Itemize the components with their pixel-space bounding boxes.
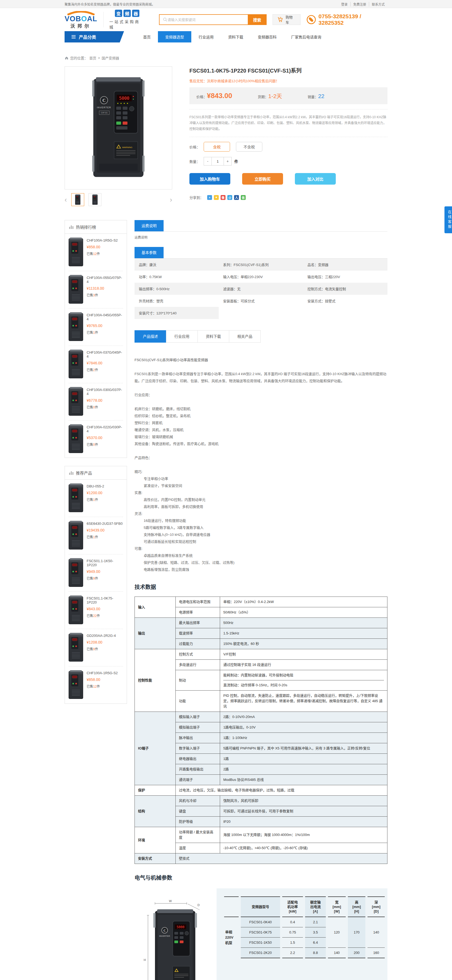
product-list-item[interactable]: FSCS01.1-0K75-1P220¥843.00已售22件: [69, 592, 123, 629]
gallery-thumb[interactable]: [71, 193, 84, 206]
wechat-icon[interactable]: 信: [241, 195, 246, 200]
qty-input[interactable]: [211, 157, 224, 165]
top-link[interactable]: 登录: [339, 2, 351, 6]
gallery-prev-icon[interactable]: ‹: [65, 196, 67, 203]
nav-item[interactable]: 资料下载: [221, 31, 251, 43]
online-service-tab[interactable]: 在线客服: [444, 206, 452, 233]
cart-button[interactable]: 购物车: [273, 14, 301, 25]
top-link[interactable]: 免费注册: [351, 2, 369, 6]
product-list-item[interactable]: CHF100A-045G/055P-4¥9765.00已售1件: [69, 309, 123, 346]
svg-text:CVF-S1: CVF-S1: [101, 112, 108, 114]
top-link[interactable]: 联系方式: [369, 2, 387, 6]
product-link[interactable]: DBU-055-2: [87, 484, 104, 488]
tech-value: 500Hz: [220, 618, 387, 628]
product-list-item[interactable]: CHF100A-055G/075P-4¥11318.00已售3件: [69, 271, 123, 309]
search-input[interactable]: [168, 18, 248, 22]
tax-option-button[interactable]: 不含税: [236, 142, 262, 151]
product-list-item[interactable]: GD200AA-2R2G-4¥1208.00已售9件: [69, 629, 123, 667]
add-to-cart-button[interactable]: 加入购物车: [189, 173, 230, 185]
gallery-thumb[interactable]: [88, 193, 101, 206]
weibo-icon[interactable]: 微: [220, 195, 225, 200]
product-link[interactable]: 6SE6430-2UD37-5FB0: [87, 522, 123, 526]
product-link[interactable]: GD200AA-2R2G-4: [87, 634, 116, 638]
svg-text:5000: 5000: [176, 925, 184, 929]
product-link[interactable]: CHF100A-045G/055P-4: [87, 313, 123, 321]
product-list-text: CHF100A-1R5G-S2¥858.00已售12件: [87, 671, 118, 699]
tech-subvalue: 能耗制动：内置制动斩波器，可外接制动电阻: [223, 673, 384, 678]
product-list-item[interactable]: CHF100A-1R5G-S2¥858.00已售12件: [69, 667, 123, 703]
tab-basic-params[interactable]: 基本参数: [134, 247, 164, 258]
tencent-weibo-icon[interactable]: @: [227, 195, 232, 200]
qzone-icon[interactable]: ★: [214, 195, 219, 200]
brochure-background: [224, 958, 385, 980]
inverter-vent-part: [72, 369, 80, 375]
product-price: ¥19439.00: [87, 528, 123, 532]
content-tab[interactable]: 资料下载: [198, 330, 229, 343]
tech-key: 模拟输出端子: [176, 722, 220, 733]
tab-shipping[interactable]: 运费说明: [134, 220, 164, 231]
site-logo[interactable]: VOBOAL 沃邦尔: [65, 11, 97, 29]
product-sold: 已售9件: [87, 646, 116, 651]
product-link[interactable]: CHF100A-022G/030P-4: [87, 425, 123, 433]
product-link[interactable]: CHF100A-055G/075P-4: [87, 276, 123, 284]
content-tab[interactable]: 产品描述: [134, 330, 166, 343]
product-list-item[interactable]: DBU-055-2¥1200.00已售1件: [69, 480, 123, 517]
inverter-b2-part: [75, 288, 77, 289]
add-to-compare-button[interactable]: 加入对比: [295, 173, 336, 185]
app-line: 纺织印染：纺纱机，整定机，染布机: [134, 412, 387, 420]
qty-minus-button[interactable]: -: [204, 157, 211, 165]
product-list-item[interactable]: CHF100A-1R5G-S2¥858.00已售12件: [69, 234, 123, 271]
tax-option-button[interactable]: 含税: [204, 142, 230, 151]
gallery-next-icon[interactable]: ›: [170, 196, 172, 203]
product-link[interactable]: FSCS01.1-1K50-1P220: [87, 559, 123, 567]
logo-cn: 沃邦尔: [70, 24, 91, 29]
product-link[interactable]: FSCS01.1-0K75-1P220: [87, 596, 123, 605]
product-link[interactable]: CHF100A-1R5G-S2: [87, 671, 118, 675]
badge-char: 器: [132, 10, 139, 17]
sales-label: 销量：: [308, 95, 318, 99]
product-list-item[interactable]: 6SE6430-2UD37-5FB0¥19439.00已售1件: [69, 517, 123, 554]
product-list-item[interactable]: CHF100A-022G/030P-4¥5370.00已售0件: [69, 420, 123, 458]
site-notice: 聚集海内外众多知名变频器品牌，做最专业的变频器采购商城。: [65, 2, 155, 6]
product-catalog-button[interactable]: 产品分类: [65, 31, 120, 43]
mech-group-label: 单相220V机型: [224, 917, 240, 958]
product-link[interactable]: CHF100A-030G/037P-4: [87, 388, 123, 396]
nav-item[interactable]: 行业运用: [191, 31, 221, 43]
content-tab[interactable]: 相关产品: [229, 330, 261, 343]
nav-item[interactable]: 首页: [136, 31, 158, 43]
product-thumbnail-image: [69, 522, 83, 549]
product-list-item[interactable]: CHF100A-030G/037P-4¥6778.00已售0件: [69, 383, 123, 420]
product-link[interactable]: CHF100A-1R5G-S2: [87, 239, 118, 242]
product-image: C INVERTER CVF-S1 5000 WARNI: [65, 66, 172, 189]
inverter-vent-part: [72, 690, 80, 696]
params-row: 输出频率：0-500Hz滤波器：无控制方式：电流矢量控制: [134, 283, 387, 295]
nav-item[interactable]: 变频器选型: [158, 31, 191, 43]
phone-icon: [307, 15, 316, 24]
product-price: ¥858.00: [87, 678, 118, 682]
svg-text:5000: 5000: [119, 95, 129, 101]
breadcrumb-current[interactable]: 国产变频器: [102, 56, 119, 60]
tech-category: 控制性能: [135, 649, 176, 712]
tech-value: 1路电压输出，0-10V: [220, 722, 387, 733]
svg-text:WARNING: WARNING: [122, 146, 133, 149]
search-button[interactable]: 搜索: [248, 14, 267, 25]
header: VOBOAL 沃邦尔 变频器 一站式采购商城 搜索 购物车 0755-32825…: [0, 8, 452, 31]
product-link[interactable]: CHF100A-037G/045P-4: [87, 350, 123, 358]
renren-icon[interactable]: 人: [234, 195, 239, 200]
product-list-item[interactable]: FSCS01.1-1K50-1P220¥949.00已售9件: [69, 554, 123, 592]
inverter-b1-part: [94, 199, 94, 199]
bshare-icon[interactable]: +: [207, 195, 212, 200]
breadcrumb-home[interactable]: 首页: [89, 56, 96, 60]
inverter-screen-part: [72, 318, 77, 320]
inverter-b2-part: [75, 608, 77, 610]
qty-plus-button[interactable]: +: [224, 157, 232, 165]
content-tab[interactable]: 行业应用: [166, 330, 198, 343]
params-row: 品牌：康沃系列：FSCS01(CVF-S1)系列品名：变频器: [134, 258, 387, 270]
buy-now-button[interactable]: 立即购买: [242, 173, 283, 185]
nav-item[interactable]: 变频器百科: [251, 31, 284, 43]
inverter-b1-part: [72, 437, 74, 439]
nav-item[interactable]: 厂家售后电话查询: [284, 31, 329, 43]
mech-dim-cell: 120: [327, 917, 347, 948]
product-list-item[interactable]: CHF100A-037G/045P-4¥7846.00已售2件: [69, 346, 123, 383]
inverter-screen-part: [72, 430, 77, 432]
